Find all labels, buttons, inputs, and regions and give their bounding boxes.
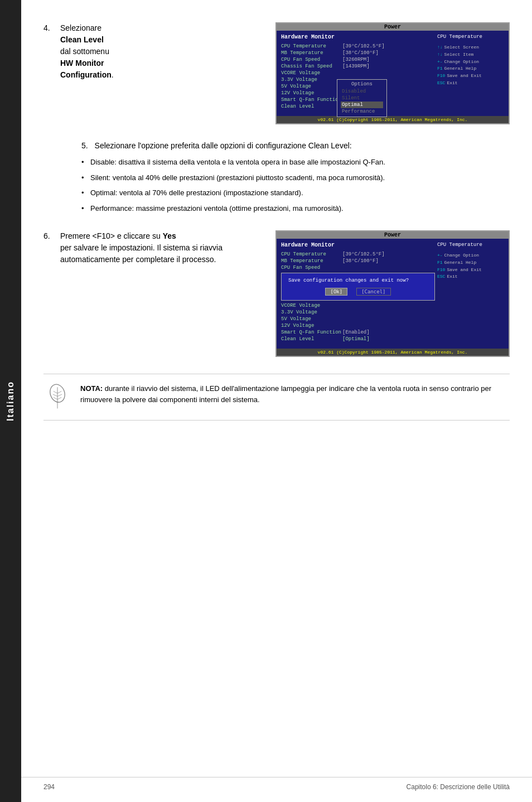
bullet-performance: Performance: massime prestazioni ventola… xyxy=(81,203,510,214)
bios2-section: Hardware Monitor xyxy=(281,242,435,248)
step-5-number: 5. xyxy=(81,141,88,150)
svg-line-4 xyxy=(54,397,57,399)
bios2-row-mb-temp: MB Temperature [38°C/100°F] xyxy=(281,258,435,264)
svg-line-5 xyxy=(57,392,61,394)
svg-line-3 xyxy=(53,394,57,397)
bios1-title: Power xyxy=(277,23,509,31)
bios1-row-chassis-fan: Chassis Fan Speed [1439RPM] xyxy=(281,64,435,69)
bios2-row-vcore: VCORE Voltage xyxy=(281,303,435,308)
bios2-content: Hardware Monitor CPU Temperature [39°C/1… xyxy=(277,239,509,346)
page-number: 294 xyxy=(43,783,55,791)
step-4-number: 4. xyxy=(43,22,60,32)
bios2-title: Power xyxy=(277,231,509,239)
note-text: NOTA: durante il riavvio del sistema, il… xyxy=(80,383,510,405)
bios1-right-label: CPU Temperature xyxy=(437,34,504,40)
step-4: 4. Selezionare Clean Level dal sottomenu… xyxy=(43,22,510,124)
step-5-intro: 5. Selezionare l'opzione preferita dalle… xyxy=(81,141,510,150)
step-6: 6. Premere <F10> e cliccare su Yes per s… xyxy=(43,230,510,357)
bios2-row-clean-level: Clean Level [Optimal] xyxy=(281,336,435,342)
step-4-text: Selezionare Clean Level dal sottomenu HW… xyxy=(60,22,275,81)
bios2-left: Hardware Monitor CPU Temperature [39°C/1… xyxy=(281,242,435,343)
bios2-row-5v: 5V Voltage xyxy=(281,316,435,322)
bios1-section: Hardware Monitor xyxy=(281,34,435,40)
bios1-row-3v3: 3.3V Voltage Options Disabled Silent Opt… xyxy=(281,77,435,83)
feather-icon xyxy=(46,383,69,411)
bios1-right: CPU Temperature ↑↓ Select Screen ↑↓ Sele… xyxy=(437,34,504,110)
bios2-right-label: CPU Temperature xyxy=(437,242,504,248)
bios1-row-cpu-temp: CPU Temperature [39°C/102.5°F] xyxy=(281,44,435,49)
bios-screenshot-2: Power Hardware Monitor CPU Temperature [… xyxy=(275,230,510,357)
bios2-keys: +- Change Option F1 General Help F10 Sav… xyxy=(437,252,504,281)
svg-line-7 xyxy=(57,397,61,399)
bios2-row-cpu-fan: CPU Fan Speed xyxy=(281,265,435,270)
bios2-dialog: Save configuration changes and exit now?… xyxy=(281,273,435,301)
page-footer: 294 Capitolo 6: Descrizione delle Utilit… xyxy=(21,777,532,791)
step-5-container: 5. Selezionare l'opzione preferita dalle… xyxy=(65,141,510,214)
bios1-row-vcore: VCORE Voltage xyxy=(281,70,435,76)
step-5-bullets: Disable: disattiva il sistema della vent… xyxy=(81,157,510,214)
bios-screenshot-1: Power Hardware Monitor CPU Temperature [… xyxy=(275,22,510,124)
sidebar-label: Italiano xyxy=(6,381,16,421)
bios1-footer: v02.61 (C)Copyright 1985-2011, American … xyxy=(277,116,509,123)
bullet-silent: Silent: ventola al 40% delle prestazioni… xyxy=(81,172,510,183)
bios2-row-3v3: 3.3V Voltage xyxy=(281,310,435,315)
bios1-keys: ↑↓ Select Screen ↑↓ Select Item +- Chang… xyxy=(437,44,504,87)
bios1-content: Hardware Monitor CPU Temperature [39°C/1… xyxy=(277,31,509,114)
bios2-row-smart-qfan: Smart Q-Fan Function [Enabled] xyxy=(281,330,435,335)
step-6-text: Premere <F10> e cliccare su Yes per salv… xyxy=(60,230,275,265)
bios2-right: CPU Temperature +- Change Option F1 Gene… xyxy=(437,242,504,343)
note-icon xyxy=(43,383,71,411)
bios2-footer: v02.61 (C)Copyright 1985-2011, American … xyxy=(277,349,509,356)
bios1-row-mb-temp: MB Temperature [38°C/100°F] xyxy=(281,50,435,56)
svg-line-2 xyxy=(54,392,57,394)
bios1-left: Hardware Monitor CPU Temperature [39°C/1… xyxy=(281,34,435,110)
bios2-row-cpu-temp: CPU Temperature [39°C/102.5°F] xyxy=(281,252,435,257)
bios2-row-12v: 12V Voltage xyxy=(281,323,435,328)
bullet-optimal: Optimal: ventola al 70% delle prestazion… xyxy=(81,187,510,199)
sidebar: Italiano xyxy=(0,0,21,802)
chapter-title: Capitolo 6: Descrizione delle Utilità xyxy=(407,783,510,791)
bios2-ok-btn[interactable]: [Ok] xyxy=(325,288,347,296)
step-6-number: 6. xyxy=(43,230,60,240)
bullet-disable: Disable: disattiva il sistema della vent… xyxy=(81,157,510,168)
bios1-row-cpu-fan: CPU Fan Speed [3260RPM] xyxy=(281,57,435,62)
svg-line-6 xyxy=(57,394,62,397)
bios2-dialog-text: Save configuration changes and exit now? xyxy=(288,278,428,283)
bios2-cancel-btn[interactable]: [Cancel] xyxy=(356,288,390,296)
note-box: NOTA: durante il riavvio del sistema, il… xyxy=(43,374,510,421)
